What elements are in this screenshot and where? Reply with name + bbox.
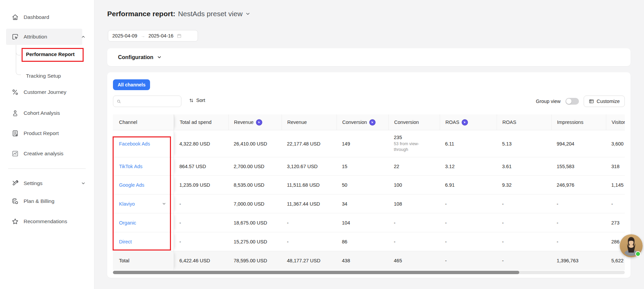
cell-total-ad-spend: 6,422.46 USD xyxy=(174,251,228,270)
cell-conversion: 108 xyxy=(388,194,440,213)
chevron-down-icon[interactable] xyxy=(162,202,166,206)
column-header-total-ad-spend[interactable]: Total ad spend xyxy=(174,114,228,130)
sidebar-item-customer-journey[interactable]: Customer Journey xyxy=(0,84,94,101)
sidebar-item-cohort-analysis[interactable]: Cohort Analysis xyxy=(0,105,94,122)
sidebar-item-dashboard[interactable]: Dashboard xyxy=(0,9,94,26)
sidebar-item-tracking-setup[interactable]: Tracking Setup xyxy=(26,73,61,79)
cell-visitors: 3,600 xyxy=(606,130,625,157)
channel-link-tiktok-ads[interactable]: TikTok Ads xyxy=(119,164,143,169)
cell-conversion: 23553 from view-through xyxy=(388,130,440,157)
table-row: TikTok Ads 864.57 USD 2,700.00 USD 3,120… xyxy=(113,157,625,176)
cell-total-ad-spend: - xyxy=(174,213,228,232)
document-gear-icon xyxy=(11,130,19,137)
cell-impressions: 1,396,763 xyxy=(551,251,606,270)
sidebar-item-label: Product Report xyxy=(24,130,59,136)
channel-link-google-ads[interactable]: Google Ads xyxy=(119,182,144,188)
sidebar-item-creative-analysis[interactable]: Creative analysis xyxy=(0,145,94,162)
column-header-revenue[interactable]: Revenue xyxy=(282,114,336,130)
sidebar-item-label: Plan & Billing xyxy=(24,198,54,204)
cell-conversion-nestads: 438 xyxy=(336,251,388,270)
sidebar-item-label: Attribution xyxy=(24,34,47,40)
cell-roas: 3.61 xyxy=(497,157,551,175)
column-header-impressions[interactable]: Impressions xyxy=(551,114,606,130)
table-row: Facebook Ads 4,322.80 USD 26,410.00 USD … xyxy=(113,130,625,157)
cell-total-ad-spend: 4,322.80 USD xyxy=(174,130,228,157)
cell-conversion: 465 xyxy=(388,251,440,270)
chevron-down-icon[interactable] xyxy=(157,55,162,60)
sidebar-item-attribution[interactable]: Attribution xyxy=(0,29,94,45)
star-icon xyxy=(11,218,19,225)
search-icon xyxy=(117,99,121,104)
cell-roas: 5.13 xyxy=(497,130,551,157)
cell-impressions: - xyxy=(551,194,606,213)
cell-conversion-nestads: 15 xyxy=(336,157,388,175)
column-header-visitors[interactable]: Visitors xyxy=(606,114,625,130)
cell-visitors: 1,145 xyxy=(606,176,625,194)
preset-view-selector[interactable]: NestAds preset view xyxy=(178,10,242,18)
column-header-channel[interactable]: Channel xyxy=(113,114,174,130)
customize-button[interactable]: Customize xyxy=(584,96,625,107)
chevron-down-icon[interactable] xyxy=(245,11,251,17)
cell-revenue: - xyxy=(282,232,336,251)
search-input[interactable] xyxy=(124,99,178,104)
sidebar: Dashboard Attribution Performance Report… xyxy=(0,0,94,289)
tools-icon xyxy=(11,180,19,187)
cell-revenue-nestads: 8,535.00 USD xyxy=(228,176,282,194)
calendar-icon xyxy=(177,33,182,38)
column-header-conversion[interactable]: Conversion xyxy=(388,114,440,130)
nestads-metric-badge-icon xyxy=(462,119,468,126)
horizontal-scrollbar[interactable] xyxy=(113,271,625,274)
table-controls: Group view Customize xyxy=(536,96,625,107)
date-start[interactable]: 2025-04-09 xyxy=(112,33,137,38)
sidebar-item-settings[interactable]: Settings xyxy=(0,175,94,192)
channel-link-klaviyo[interactable]: Klaviyo xyxy=(119,201,135,207)
attribution-icon xyxy=(11,33,19,41)
cell-impressions: - xyxy=(551,232,606,251)
sidebar-item-label: Dashboard xyxy=(24,14,49,20)
sort-button[interactable]: Sort xyxy=(189,98,205,103)
toggle-knob xyxy=(566,99,572,104)
scrollbar-thumb[interactable] xyxy=(113,271,519,274)
cell-revenue-nestads: 78,595.00 USD xyxy=(228,251,282,270)
channel-link-direct[interactable]: Direct xyxy=(119,239,132,244)
cell-roas-nestads: 3.12 xyxy=(440,157,497,175)
column-header-roas[interactable]: ROAS xyxy=(497,114,551,130)
group-view-toggle[interactable] xyxy=(565,98,579,105)
sidebar-item-recommendations[interactable]: Recommendations xyxy=(0,213,94,230)
date-end[interactable]: 2025-04-16 xyxy=(148,33,173,38)
cell-impressions: 246,976 xyxy=(551,176,606,194)
sidebar-item-label: Customer Journey xyxy=(24,89,66,95)
cell-conversion-nestads: 50 xyxy=(336,176,388,194)
column-header-conversion-nestads[interactable]: Conversion xyxy=(336,114,388,130)
channel-link-organic[interactable]: Organic xyxy=(119,220,136,226)
configuration-label: Configuration xyxy=(118,54,153,60)
report-card: All channels Sort Group view Customize C… xyxy=(107,72,631,278)
sidebar-item-plan-billing[interactable]: Plan & Billing xyxy=(0,193,94,210)
channel-link-facebook-ads[interactable]: Facebook Ads xyxy=(119,141,150,147)
cell-roas: - xyxy=(497,232,551,251)
cell-revenue: 3,120.67 USD xyxy=(282,157,336,175)
page-title: Performance report: NestAds preset view xyxy=(107,10,251,18)
search-box[interactable] xyxy=(113,96,181,107)
cell-revenue: 22,177.48 USD xyxy=(282,130,336,157)
table-row: Direct - 15,275.00 USD - 86 - - - - 286 xyxy=(113,232,625,251)
date-range-picker[interactable]: 2025-04-09 → 2025-04-16 xyxy=(108,30,198,42)
group-view-label: Group view xyxy=(536,99,560,104)
column-header-revenue-nestads[interactable]: Revenue xyxy=(228,114,282,130)
all-channels-tab[interactable]: All channels xyxy=(113,79,150,90)
sidebar-item-label: Creative analysis xyxy=(24,151,63,157)
sidebar-item-performance-report[interactable]: Performance Report xyxy=(26,51,75,57)
sidebar-item-label: Cohort Analysis xyxy=(24,110,60,116)
sort-label: Sort xyxy=(196,98,205,103)
sidebar-item-product-report[interactable]: Product Report xyxy=(0,125,94,142)
cell-conversion-nestads: 104 xyxy=(336,213,388,232)
sidebar-item-label: Recommendations xyxy=(24,218,67,225)
cell-roas: 9.32 xyxy=(497,176,551,194)
image-icon xyxy=(11,150,19,157)
cell-total-ad-spend: 1,235.09 USD xyxy=(174,176,228,194)
cell-total-ad-spend: - xyxy=(174,232,228,251)
chevron-up-icon xyxy=(81,34,86,39)
configuration-panel[interactable]: Configuration xyxy=(107,48,631,66)
cell-revenue-nestads: 7,000.00 USD xyxy=(228,194,282,213)
column-header-roas-nestads[interactable]: ROAS xyxy=(440,114,497,130)
